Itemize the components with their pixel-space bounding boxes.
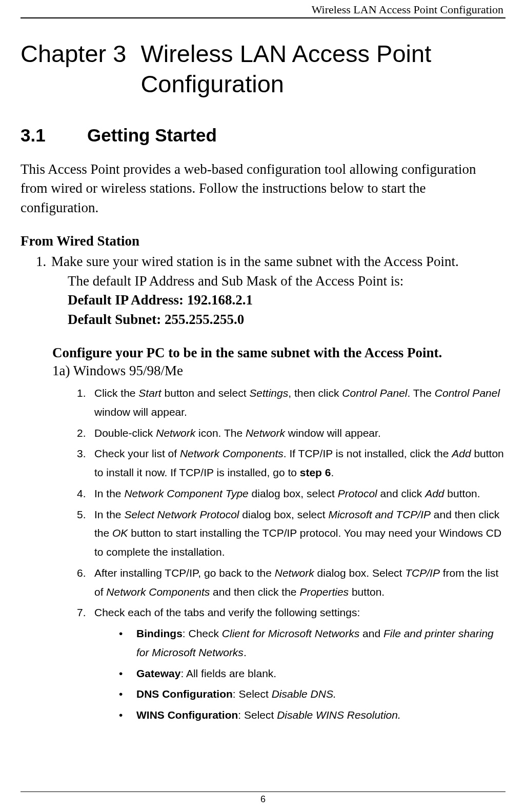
footer: 6 [21, 771, 505, 805]
wired-heading: From Wired Station [21, 233, 505, 249]
inner-text-5: In the Select Network Protocol dialog bo… [94, 505, 505, 562]
inner-item-5: 5. In the Select Network Protocol dialog… [77, 505, 505, 562]
page: Wireless LAN Access Point Configuration … [0, 0, 526, 812]
inner-text-6: After installing TCP/IP, go back to the … [94, 564, 505, 602]
outer-item-1: 1.Make sure your wired station is in the… [36, 252, 505, 330]
step1-body: The default IP Address and Sub Mask of t… [68, 272, 505, 330]
inner-num-4: 4. [77, 484, 94, 503]
configure-pc-heading: Configure your PC to be in the same subn… [52, 345, 505, 361]
bullet-dot-icon: • [119, 706, 136, 725]
chapter-title: Chapter 3 Wireless LAN Access Point Conf… [21, 39, 505, 99]
outer-list: 1.Make sure your wired station is in the… [36, 252, 505, 330]
bullet-dot-icon: • [119, 624, 136, 662]
bullet-list: • Bindings: Check Client for Microsoft N… [119, 624, 505, 725]
bullet-dot-icon: • [119, 685, 136, 704]
inner-text-4: In the Network Component Type dialog box… [94, 484, 505, 503]
page-number: 6 [21, 794, 505, 805]
inner-item-2: 2. Double-click Network icon. The Networ… [77, 424, 505, 443]
chapter-label: Chapter 3 [21, 39, 140, 99]
step1-line2: The default IP Address and Sub Mask of t… [68, 272, 505, 291]
inner-item-4: 4. In the Network Component Type dialog … [77, 484, 505, 503]
running-header: Wireless LAN Access Point Configuration [21, 0, 505, 16]
bullet-gateway: • Gateway: All fields are blank. [119, 664, 505, 683]
inner-num-6: 6. [77, 564, 94, 602]
inner-num-5: 5. [77, 505, 94, 562]
intro-paragraph: This Access Point provides a web-based c… [21, 160, 505, 218]
bullet-text-4: WINS Configuration: Select Disable WINS … [136, 706, 505, 725]
inner-text-3: Check your list of Network Components. I… [94, 444, 505, 482]
bullet-dot-icon: • [119, 664, 136, 683]
step1-line1: Make sure your wired station is in the s… [51, 254, 459, 269]
inner-num-7: 7. [77, 603, 94, 727]
os-heading: 1a) Windows 95/98/Me [52, 363, 505, 379]
bullet-dns: • DNS Configuration: Select Disable DNS. [119, 685, 505, 704]
inner-list: 1. Click the Start button and select Set… [77, 384, 505, 727]
inner-num-2: 2. [77, 424, 94, 443]
inner-text-2: Double-click Network icon. The Network w… [94, 424, 505, 443]
inner-text-1: Click the Start button and select Settin… [94, 384, 505, 422]
outer-num-1: 1. [36, 252, 51, 272]
bullet-text-1: Bindings: Check Client for Microsoft Net… [136, 624, 505, 662]
section-number: 3.1 [21, 125, 87, 146]
bullet-wins: • WINS Configuration: Select Disable WIN… [119, 706, 505, 725]
inner-item-1: 1. Click the Start button and select Set… [77, 384, 505, 422]
bullet-bindings: • Bindings: Check Client for Microsoft N… [119, 624, 505, 662]
inner-item-6: 6. After installing TCP/IP, go back to t… [77, 564, 505, 602]
inner-num-1: 1. [77, 384, 94, 422]
section-title: Getting Started [87, 125, 217, 146]
header-rule [21, 17, 505, 18]
inner-item-7: 7. Check each of the tabs and verify the… [77, 603, 505, 727]
bullet-text-3: DNS Configuration: Select Disable DNS. [136, 685, 505, 704]
section-heading: 3.1 Getting Started [21, 125, 505, 146]
default-ip: Default IP Address: 192.168.2.1 [68, 291, 505, 310]
default-subnet: Default Subnet: 255.255.255.0 [68, 310, 505, 330]
bullet-text-2: Gateway: All fields are blank. [136, 664, 505, 683]
inner-text-7: Check each of the tabs and verify the fo… [94, 603, 505, 727]
inner-item-3: 3. Check your list of Network Components… [77, 444, 505, 482]
inner-num-3: 3. [77, 444, 94, 482]
chapter-name: Wireless LAN Access Point Configuration [140, 39, 505, 99]
footer-rule [21, 791, 505, 792]
